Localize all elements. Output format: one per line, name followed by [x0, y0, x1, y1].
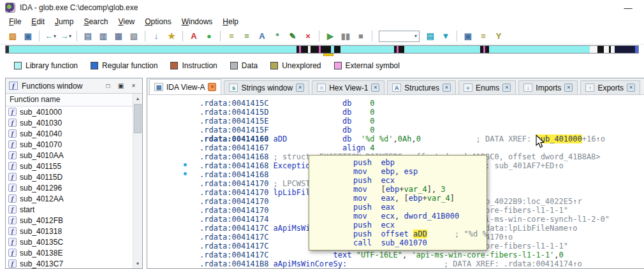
tab-close-button[interactable]: ×	[443, 84, 451, 92]
function-list-item[interactable]: fsub_4010AA	[6, 150, 142, 161]
database-icon[interactable]: ≡	[476, 30, 490, 43]
text-view-icon[interactable]: A	[187, 30, 201, 43]
function-list-item[interactable]: fsub_4012FB	[6, 215, 142, 226]
disasm-line[interactable]: .rdata:00414167 align 4	[200, 143, 644, 152]
open-subviews-icon[interactable]: ▣	[461, 30, 475, 43]
tab-strings-window[interactable]: sStrings window×	[224, 80, 309, 94]
jump-address-icon-glyph: ▦	[115, 31, 122, 41]
resume-icon[interactable]: ●	[202, 30, 216, 43]
code-span: .rdata:00414168	[200, 152, 268, 161]
jump-next-icon[interactable]: ↓	[149, 30, 163, 43]
function-list-item[interactable]: fsub_4012AA	[6, 193, 142, 204]
make-code-icon[interactable]: ≡	[240, 30, 254, 43]
navband-position-marker[interactable]	[323, 54, 333, 56]
debugger-select[interactable]: ▾	[379, 31, 420, 42]
tab-imports[interactable]: ↓Imports×	[518, 80, 578, 94]
tab-close-button[interactable]: ×	[208, 83, 216, 91]
function-list-item[interactable]: fsub_401000	[6, 106, 142, 117]
save-icon[interactable]: ▣	[21, 30, 35, 43]
tab-ida-view-a[interactable]: ▤IDA View-A×	[149, 79, 221, 94]
tab-enums[interactable]: ≡Enums×	[458, 80, 516, 94]
menu-item-search[interactable]: Search	[78, 16, 113, 27]
lumina-icon[interactable]: ★	[165, 30, 179, 43]
stop-process-icon[interactable]: ■	[354, 30, 368, 43]
script-icon[interactable]: Y	[492, 30, 506, 43]
tab-exports[interactable]: ↑Exports×	[580, 80, 640, 94]
function-list-item[interactable]: fsub_401070	[6, 139, 142, 150]
menu-item-view[interactable]: View	[113, 16, 140, 27]
disasm-line[interactable]: .rdata:0041415E db 0	[200, 117, 644, 126]
function-list-item[interactable]: fstart	[6, 204, 142, 215]
navigate-back-icon-glyph: ←	[45, 31, 53, 41]
menu-item-windows[interactable]: Windows	[177, 16, 218, 27]
disasm-line[interactable]: .rdata:0041417C text "UTF-16LE", 'api-ms…	[200, 251, 644, 259]
disasm-line[interactable]: .rdata:0041415C db 0	[200, 99, 644, 108]
disasm-line[interactable]: .rdata:0041415D db 0	[200, 108, 644, 117]
function-list-item[interactable]: fsub_401030	[6, 117, 142, 128]
view-tab-bar: ▤IDA View-A×sStrings window×○Hex View-1×…	[147, 78, 644, 95]
menu-item-jump[interactable]: Jump	[50, 16, 78, 27]
rename-icon[interactable]: A	[255, 30, 269, 43]
tab-structures[interactable]: AStructures×	[387, 80, 456, 94]
disasm-line[interactable]: .rdata:00414160 aDD db '%d %d',0Ah,0 ; D…	[200, 134, 644, 143]
start-process-icon[interactable]: ▶	[323, 30, 337, 43]
menu-item-help[interactable]: Help	[217, 16, 244, 27]
function-name: sub_40138E	[20, 249, 62, 258]
tab-close-button[interactable]: ×	[564, 84, 573, 92]
tab-close-button[interactable]: ×	[627, 84, 635, 92]
function-list-item[interactable]: fsub_401318	[6, 226, 142, 236]
tab-close-button[interactable]: ×	[502, 84, 511, 92]
navigate-back-icon[interactable]: ←▾	[43, 30, 57, 43]
panel-dock-button[interactable]: ▣	[115, 81, 126, 91]
navigate-forward-icon[interactable]: →▾	[59, 30, 73, 43]
function-list-item[interactable]: fsub_401155	[6, 161, 142, 171]
scrollbar-up-icon[interactable]: ▲	[133, 94, 142, 103]
toolbar-separator	[77, 31, 77, 41]
tab-hex-view-1[interactable]: ○Hex View-1×	[312, 80, 384, 94]
function-list-item[interactable]: fsub_4013C7	[6, 258, 142, 268]
lumina-icon-glyph: ★	[168, 31, 175, 41]
history-icon[interactable]: ▧	[127, 30, 141, 43]
open-file-icon[interactable]: ▨	[6, 30, 20, 43]
function-name-column-header[interactable]: Function name	[6, 94, 133, 106]
legend-label: Instruction	[182, 61, 217, 70]
panel-close-button[interactable]: ×	[128, 81, 139, 91]
tooltip-line: call sub_401070	[312, 238, 484, 247]
make-data-icon[interactable]: ≡	[224, 30, 238, 43]
patch-icon[interactable]: *	[270, 30, 284, 43]
undefine-icon[interactable]: ×	[301, 30, 315, 43]
function-list-item[interactable]: fsub_401296	[6, 182, 142, 193]
menu-item-options[interactable]: Options	[140, 16, 176, 27]
scrollbar-thumb[interactable]	[134, 104, 142, 133]
navband-segment	[334, 46, 340, 53]
menu-item-edit[interactable]: Edit	[26, 16, 50, 27]
minimize-button[interactable]: —	[617, 3, 639, 13]
code-span	[421, 134, 476, 143]
code-span: .rdata:0041415D	[200, 108, 268, 117]
jump-xref-icon[interactable]: ▥	[96, 30, 110, 43]
function-list-item[interactable]: fsub_401040	[6, 128, 142, 139]
navigation-band[interactable]	[5, 45, 639, 54]
disasm-line[interactable]: .rdata:0041415F db 0	[200, 126, 644, 134]
tab-close-button[interactable]: ×	[371, 84, 379, 92]
code-span: db	[342, 126, 351, 134]
menu-item-file[interactable]: File	[4, 16, 26, 27]
code-span: 0	[416, 134, 421, 143]
scrollbar-down-icon[interactable]: ▼	[133, 259, 142, 268]
code-span: .rdata:00414168	[200, 170, 268, 179]
edit-icon[interactable]: ✎	[286, 30, 300, 43]
jump-name-icon[interactable]: ▤	[81, 30, 95, 43]
function-list-item[interactable]: fsub_40135C	[6, 236, 142, 247]
code-span	[372, 238, 381, 247]
disasm-line[interactable]: .rdata:004141B8 aApiMsWinCoreSy: ; DATA …	[200, 259, 644, 268]
pause-process-icon[interactable]: ▮▮	[339, 30, 353, 43]
panel-float-button[interactable]: □	[103, 81, 113, 91]
functions-scrollbar[interactable]: ▲ ▼	[133, 94, 142, 268]
jump-address-icon[interactable]: ▦	[112, 30, 126, 43]
window-title: IDA - glob.exe C:\decomp\glob.exe	[20, 3, 138, 12]
debugger-windows-icon[interactable]: ▤	[423, 30, 437, 43]
attach-icon[interactable]: ▼	[439, 30, 453, 43]
function-list-item[interactable]: fsub_40138E	[6, 247, 142, 258]
function-list-item[interactable]: fsub_40115D	[6, 171, 142, 182]
tab-close-button[interactable]: ×	[296, 84, 304, 92]
